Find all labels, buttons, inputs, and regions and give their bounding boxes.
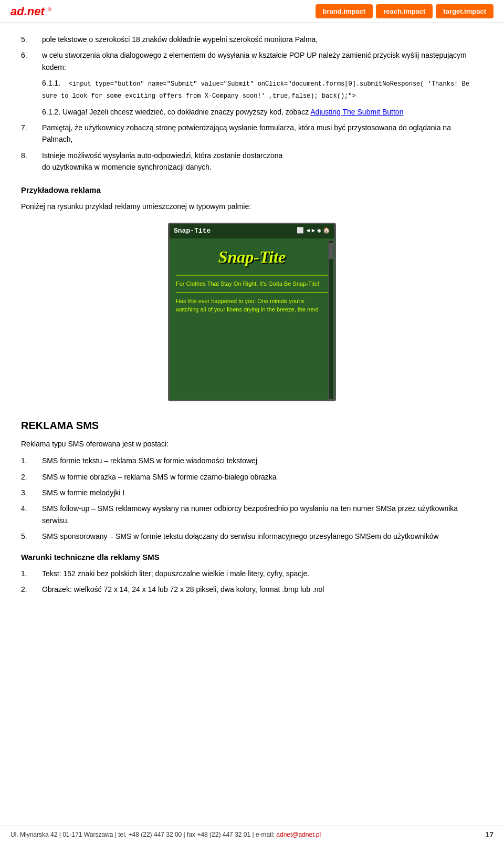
sms-text-2: SMS w formie obrazka – reklama SMS w for… xyxy=(42,471,277,483)
item-6-1-1-code: <input type="button" name="Submit" value… xyxy=(42,80,469,100)
palm-logo: Snap-Tite xyxy=(176,244,328,270)
item-text-7: Pamiętaj, że użytkownicy zobaczą stronę … xyxy=(42,122,483,145)
warunki-heading: Warunki techniczne dla reklamy SMS xyxy=(21,551,483,564)
item-text-6: w celu stworzenia okna dialogowego z ele… xyxy=(42,49,483,73)
sms-num-2: 2. xyxy=(21,471,42,483)
palm-main-content: Snap-Tite For Clothes That Stay On Right… xyxy=(170,238,334,323)
main-content: 5. pole tekstowe o szerokości 18 znaków … xyxy=(0,23,504,610)
palm-icon-4: ◉ xyxy=(317,226,321,236)
reach-impact-button[interactable]: reach.impact xyxy=(376,4,433,18)
palm-scroll-thumb xyxy=(329,243,333,259)
palm-icon-3: ▶ xyxy=(312,226,316,236)
example-heading: Przykładowa reklama xyxy=(21,184,483,196)
palm-body: Has this ever happened to you: One minut… xyxy=(176,297,328,314)
sms-num-5: 5. xyxy=(21,530,42,542)
sms-num-3: 3. xyxy=(21,487,42,498)
palm-icon-5: 🏠 xyxy=(323,226,330,236)
warunki-num-1: 1. xyxy=(21,568,42,579)
list-item-6: 6. w celu stworzenia okna dialogowego z … xyxy=(21,49,483,73)
brand-impact-button[interactable]: brand.impact xyxy=(316,4,373,18)
sms-num-1: 1. xyxy=(21,455,42,466)
palm-icon-1: ⬜ xyxy=(297,226,304,236)
palm-divider-2 xyxy=(176,292,328,293)
palm-titlebar: Snap-Tite ⬜ ◀ ▶ ◉ 🏠 xyxy=(170,224,334,238)
target-impact-button[interactable]: target.impact xyxy=(436,4,494,18)
logo-text: ad xyxy=(10,5,24,18)
logo-trademark: ® xyxy=(48,6,51,12)
sms-item-4: 4. SMS follow-up – SMS reklamowy wysłany… xyxy=(21,503,483,526)
page-header: ad.net ® brand.impact reach.impact targe… xyxy=(0,0,504,23)
sms-item-5: 5. SMS sponsorowany – SMS w formie tekst… xyxy=(21,530,483,542)
footer-email[interactable]: adnet@adnet.pl xyxy=(276,831,321,838)
page-footer: Ul. Młynarska 42 | 01-171 Warszawa | tel… xyxy=(0,826,504,843)
palm-image-container: Snap-Tite ⬜ ◀ ▶ ◉ 🏠 Snap-Tite For Clothe… xyxy=(21,223,483,401)
example-subtext: Poniżej na rysunku przykład reklamy umie… xyxy=(21,201,483,212)
list-item-5: 5. pole tekstowe o szerokości 18 znaków … xyxy=(21,34,483,45)
logo: ad.net ® xyxy=(10,5,51,18)
sms-text-4: SMS follow-up – SMS reklamowy wysłany na… xyxy=(42,503,483,526)
sms-item-1: 1. SMS formie tekstu – reklama SMS w for… xyxy=(21,455,483,466)
palm-icon-2: ◀ xyxy=(306,226,310,236)
page-number: 17 xyxy=(485,830,494,839)
item-text-5: pole tekstowe o szerokości 18 znaków dok… xyxy=(42,34,318,45)
item-6-1-1: 6.1.1. <input type="button" name="Submit… xyxy=(42,77,483,101)
item-text-8: Istnieje możliwość wysyłania auto-odpowi… xyxy=(42,150,282,173)
warunki-num-2: 2. xyxy=(21,584,42,595)
sms-text-3: SMS w formie melodyjki I xyxy=(42,487,124,498)
footer-address: Ul. Młynarska 42 | 01-171 Warszawa | tel… xyxy=(10,831,321,838)
sms-item-2: 2. SMS w formie obrazka – reklama SMS w … xyxy=(21,471,483,483)
item-number-7: 7. xyxy=(21,122,42,145)
palm-title: Snap-Tite xyxy=(174,226,211,237)
list-item-8: 8. Istnieje możliwość wysyłania auto-odp… xyxy=(21,150,483,173)
sms-heading: REKLAMA SMS xyxy=(21,417,483,434)
sms-item-3: 3. SMS w formie melodyjki I xyxy=(21,487,483,498)
palm-device: Snap-Tite ⬜ ◀ ▶ ◉ 🏠 Snap-Tite For Clothe… xyxy=(168,223,336,401)
submit-button-link[interactable]: Adjusting The Submit Button xyxy=(310,108,403,116)
nav-buttons: brand.impact reach.impact target.impact xyxy=(316,4,494,18)
item-6-1-1-label: 6.1.1. xyxy=(42,79,67,87)
palm-tagline: For Clothes That Stay On Right, It's Got… xyxy=(176,280,328,288)
list-item-7: 7. Pamiętaj, że użytkownicy zobaczą stro… xyxy=(21,122,483,145)
item-number-8: 8. xyxy=(21,150,42,173)
warunki-item-2: 2. Obrazek: wielkość 72 x 14, 24 x 14 lu… xyxy=(21,584,483,595)
sms-text-1: SMS formie tekstu – reklama SMS w formie… xyxy=(42,455,257,466)
item-number-6: 6. xyxy=(21,49,42,73)
logo-net: net xyxy=(27,5,45,18)
sms-intro: Reklama typu SMS oferowana jest w postac… xyxy=(21,438,483,450)
sms-num-4: 4. xyxy=(21,503,42,526)
palm-scrollbar xyxy=(328,240,333,400)
sms-text-5: SMS sponsorowany – SMS w formie tekstu d… xyxy=(42,530,439,542)
item-6-1-2: 6.1.2. Uwaga! Jeżeli chcesz wiedzieć, co… xyxy=(42,106,483,118)
palm-icons: ⬜ ◀ ▶ ◉ 🏠 xyxy=(297,226,330,236)
warunki-text-2: Obrazek: wielkość 72 x 14, 24 x 14 lub 7… xyxy=(42,584,324,595)
item-number-5: 5. xyxy=(21,34,42,45)
warunki-item-1: 1. Tekst: 152 znaki bez polskich liter; … xyxy=(21,568,483,579)
palm-divider xyxy=(176,275,328,276)
warunki-text-1: Tekst: 152 znaki bez polskich liter; dop… xyxy=(42,568,309,579)
item-6-1-2-text: 6.1.2. Uwaga! Jeżeli chcesz wiedzieć, co… xyxy=(42,108,310,116)
